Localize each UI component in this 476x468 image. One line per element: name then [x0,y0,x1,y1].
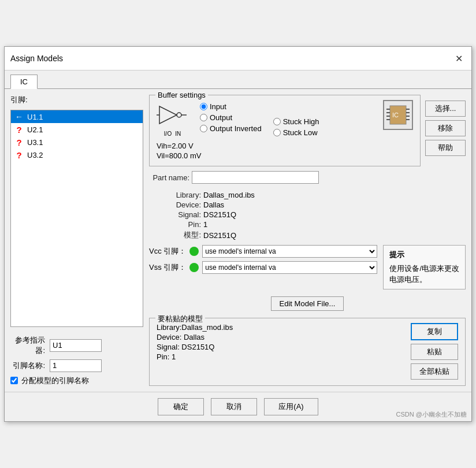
paste-all-button[interactable]: 全部粘贴 [411,363,458,380]
right-panel: Buffer settings [149,95,466,386]
question-icon: ? [14,138,24,147]
title-bar: Assign Models ✕ [5,47,471,70]
buffer-settings-group: Buffer settings [149,95,421,166]
help-button[interactable]: 帮助 [425,140,466,156]
ic-icon-wrapper: IC [383,100,413,130]
vcc-select[interactable]: use model's internal va [202,245,377,258]
radio-input[interactable] [200,103,207,110]
close-button[interactable]: ✕ [452,51,466,65]
radio-stuck-high-label[interactable]: Stuck High [283,117,319,126]
watermark: CSDN @小幽余生不加糖 [396,410,467,419]
ref-designator-input[interactable] [50,339,102,352]
remove-button[interactable]: 移除 [425,120,466,136]
in-label: IN [175,131,181,137]
assign-model-checkbox[interactable] [10,377,18,384]
paste-library: Library:Dallas_mod.ibs [157,323,405,332]
pin-item[interactable]: ? U2.1 [11,123,143,136]
radio-input-label[interactable]: Input [210,102,226,111]
pin-item[interactable]: ? U3.2 [11,148,143,161]
vss-label: Vss 引脚： [149,262,186,273]
radio-stuck-low[interactable] [273,129,281,136]
edit-model-button[interactable]: Edit Model File... [271,296,344,311]
radio-output-inv-label[interactable]: Output Inverted [210,124,262,133]
pin-item[interactable]: ? U3.1 [11,136,143,148]
radio-stuck-low-label[interactable]: Stuck Low [283,128,318,137]
question-icon: ? [14,125,24,134]
tab-ic[interactable]: IC [10,75,38,89]
model-row: 模型: DS2151Q [161,230,466,240]
radio-output-inv-row: Output Inverted [200,124,262,133]
paste-info: Library:Dallas_mod.ibs Device: Dallas Si… [157,323,405,380]
device-label: Device: [161,200,201,209]
vss-select[interactable]: use model's internal va [202,261,377,274]
hint-text: 使用设备/电源来更改 电源电压。 [389,263,459,285]
ref-row: 参考指示器: [10,335,143,356]
pin-name-input[interactable] [50,359,102,372]
main-content: 引脚: ← U1.1 ? U2.1 ? U3.1 ? U3.2 [5,89,471,392]
left-panel: 引脚: ← U1.1 ? U2.1 ? U3.1 ? U3.2 [10,95,143,386]
pin-item[interactable]: ← U1.1 [11,110,143,123]
hint-title: 提示 [389,249,459,261]
library-label: Library: [161,191,201,199]
confirm-button[interactable]: 确定 [158,398,204,415]
vcc-row: Vcc 引脚： use model's internal va [149,245,377,258]
radio-group-right: Stuck High Stuck Low [273,117,319,137]
pin-value: 1 [203,220,207,229]
radio-output-inverted[interactable] [200,125,207,132]
radio-stuck-low-row: Stuck Low [273,128,319,137]
signal-label: Signal: [161,210,201,219]
paste-buttons: 复制 粘贴 全部粘贴 [411,323,458,380]
action-buttons: 选择... 移除 帮助 [425,95,466,156]
select-button[interactable]: 选择... [425,101,466,117]
assign-models-dialog: Assign Models ✕ IC 引脚: ← U1.1 ? U2.1 ? [4,46,472,422]
buffer-icon: I/O IN [157,103,188,137]
paste-inner: Library:Dallas_mod.ibs Device: Dallas Si… [157,323,458,380]
radio-output-row: Output [200,113,262,122]
device-row: Device: Dallas [161,200,466,209]
question-icon: ? [14,150,24,159]
radio-group-left: Input Output Output Inverted [200,102,262,133]
arrow-icon: ← [14,112,24,121]
pin-label: U1.1 [27,113,43,121]
pin-label: U3.2 [27,151,43,159]
vss-row: Vss 引脚： use model's internal va [149,261,377,274]
radio-stuck-high-row: Stuck High [273,117,319,126]
buffer-inner: I/O IN Input Outpu [157,100,413,137]
pin-label: U2.1 [27,125,43,134]
buffer-labels: I/O IN [164,131,181,137]
pin-name-row: 引脚名称: [10,359,143,372]
vih-value: Vih=2.00 V [157,142,413,150]
buffer-legend: Buffer settings [155,91,208,99]
vcc-green-indicator [189,247,199,256]
device-value: Dallas [203,200,224,209]
signal-value: DS2151Q [203,210,236,219]
ref-designator-label: 参考指示器: [10,335,45,356]
copy-button[interactable]: 复制 [411,323,458,340]
checkbox-label: 分配模型的引脚名称 [21,376,89,386]
radio-output-label[interactable]: Output [210,113,232,122]
paste-signal: Signal: DS2151Q [157,343,405,351]
model-value: DS2151Q [203,231,236,240]
pin-label: U3.1 [27,138,43,147]
vil-value: Vil=800.0 mV [157,151,413,160]
buffer-specs: Vih=2.00 V Vil=800.0 mV [157,142,413,160]
radio-output[interactable] [200,114,207,121]
paste-device: Device: Dallas [157,333,405,341]
part-name-input[interactable] [192,171,319,184]
paste-pin: Pin: 1 [157,352,405,361]
apply-button[interactable]: 应用(A) [264,398,318,415]
cancel-button[interactable]: 取消 [211,398,257,415]
library-row: Library: Dallas_mod.ibs [161,191,466,199]
model-label: 模型: [161,230,201,240]
signal-row: Signal: DS2151Q [161,210,466,219]
paste-button[interactable]: 粘贴 [411,344,458,360]
radio-stuck-high[interactable] [273,118,281,125]
pin-row: Pin: 1 [161,220,466,229]
ref-section: 参考指示器: 引脚名称: 分配模型的引脚名称 [10,332,143,386]
bottom-bar: 确定 取消 应用(A) CSDN @小幽余生不加糖 [5,392,471,421]
pin-list[interactable]: ← U1.1 ? U2.1 ? U3.1 ? U3.2 [10,110,143,327]
paste-legend: 要粘贴的模型 [155,314,205,324]
radio-input-row: Input [200,102,262,111]
buffer-symbol-svg [157,103,188,129]
part-name-label: Part name: [149,173,189,182]
